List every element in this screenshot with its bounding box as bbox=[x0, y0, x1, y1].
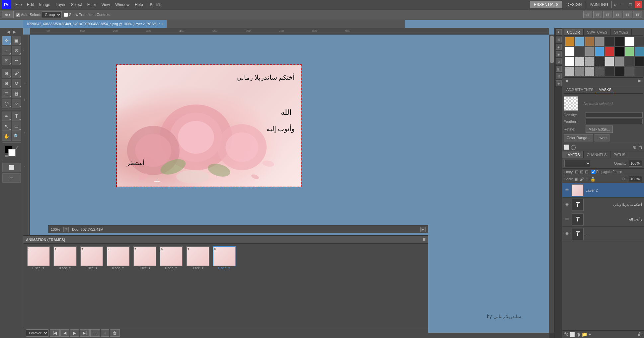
swatch-10[interactable] bbox=[575, 47, 584, 56]
autoselect-checkbox[interactable] bbox=[16, 13, 20, 17]
layer-new-btn[interactable]: + bbox=[589, 332, 591, 337]
panel-icon-5[interactable]: ⊙ bbox=[556, 58, 562, 64]
layer-more-eye-btn[interactable]: 👁 bbox=[564, 231, 570, 237]
panel-icon-8[interactable]: ◈ bbox=[556, 80, 562, 86]
gradient-tool[interactable]: ▦ bbox=[12, 89, 21, 98]
lasso-tool[interactable]: ⌓ bbox=[2, 46, 11, 55]
tab-close-btn[interactable]: × bbox=[162, 22, 164, 26]
frame-3-time-arrow[interactable]: ▼ bbox=[95, 267, 98, 270]
align-top-btn[interactable]: ⊟ bbox=[613, 11, 622, 18]
blur-tool[interactable]: ◌ bbox=[2, 99, 11, 108]
mask-preview-swatch[interactable] bbox=[564, 96, 578, 111]
swatch-29[interactable] bbox=[605, 67, 614, 76]
color-next-btn[interactable]: ▶ bbox=[638, 78, 641, 83]
zoom-flyout-btn[interactable]: ▼ bbox=[63, 227, 69, 232]
scrollbar-vertical[interactable] bbox=[549, 35, 554, 333]
swatch-21[interactable] bbox=[605, 57, 614, 66]
quick-mask-btn[interactable]: ⬜ bbox=[2, 163, 21, 172]
frame-3[interactable]: 3 0 sec. ▼ bbox=[79, 246, 104, 325]
move-tool[interactable]: ✛ bbox=[2, 36, 11, 45]
frame-5-time[interactable]: 0 sec. ▼ bbox=[139, 266, 151, 270]
next-frame-btn[interactable]: ▶| bbox=[80, 329, 90, 337]
layer-fx-btn[interactable]: fx bbox=[564, 332, 568, 337]
mask-add-vector-btn[interactable]: ◯ bbox=[571, 144, 576, 150]
pen-tool[interactable]: ✒ bbox=[2, 112, 11, 121]
more-workspaces-btn[interactable]: » bbox=[612, 2, 618, 8]
frame-1-time-arrow[interactable]: ▼ bbox=[42, 267, 44, 270]
swatch-32[interactable] bbox=[635, 67, 644, 76]
toolbox-expand-btn[interactable]: ▶ bbox=[12, 29, 17, 35]
unify-style-btn[interactable]: ⊞ bbox=[580, 169, 584, 174]
adjustments-tab[interactable]: ADJUSTMENTS bbox=[564, 87, 596, 93]
frame-3-time[interactable]: 0 sec. ▼ bbox=[86, 266, 98, 270]
swatch-12[interactable] bbox=[595, 47, 604, 56]
play-btn[interactable]: ▶ bbox=[70, 329, 79, 337]
loop-select[interactable]: Forever Once 3 times bbox=[26, 329, 48, 337]
timeline-expand-btn[interactable]: ▶ bbox=[420, 227, 426, 232]
frame-4-time[interactable]: 0 sec. ▼ bbox=[112, 266, 124, 270]
blend-mode-select[interactable]: Normal bbox=[564, 160, 591, 167]
feather-slider[interactable] bbox=[586, 119, 643, 124]
frame-2[interactable]: 2 0 sec. ▼ bbox=[52, 246, 78, 325]
density-slider[interactable] bbox=[586, 112, 643, 118]
bridge-btn[interactable]: Br bbox=[149, 3, 155, 7]
path-select-tool[interactable]: ↖ bbox=[2, 122, 11, 131]
menu-edit[interactable]: Edit bbox=[24, 0, 37, 9]
panel-icon-2[interactable]: ⊞ bbox=[556, 37, 562, 42]
swatch-13[interactable] bbox=[605, 47, 614, 56]
frame-6-time-arrow[interactable]: ▼ bbox=[175, 267, 177, 270]
layer-text-2-eye-btn[interactable]: 👁 bbox=[564, 217, 570, 222]
document-tab[interactable]: 10590675_606532359460409_840107096004630… bbox=[23, 20, 167, 28]
frame-2-time-arrow[interactable]: ▼ bbox=[68, 267, 71, 270]
fill-input[interactable] bbox=[629, 176, 642, 182]
swatch-2[interactable] bbox=[575, 37, 584, 46]
frame-8-time-arrow[interactable]: ▼ bbox=[228, 267, 230, 270]
menu-select[interactable]: Select bbox=[68, 0, 84, 9]
color-prev-btn[interactable]: ◀ bbox=[565, 78, 568, 83]
menu-view[interactable]: View bbox=[99, 0, 113, 9]
masks-tab[interactable]: MASKS bbox=[596, 87, 614, 93]
mini-bridge-btn[interactable]: Mb bbox=[155, 3, 163, 7]
workspace-painting[interactable]: PAINTING bbox=[586, 1, 612, 8]
swatch-28[interactable] bbox=[595, 67, 604, 76]
lock-all-btn[interactable]: 🔒 bbox=[590, 177, 596, 182]
frame-6-time[interactable]: 0 sec. ▼ bbox=[165, 266, 178, 270]
layers-tab[interactable]: LAYERS bbox=[562, 151, 584, 158]
mask-edge-btn[interactable]: Mask Edge... bbox=[586, 126, 613, 133]
swatch-6[interactable] bbox=[615, 37, 624, 46]
paths-tab[interactable]: PATHS bbox=[610, 151, 629, 158]
propagate-checkbox[interactable]: Propagate Frame bbox=[591, 170, 622, 174]
workspace-essentials[interactable]: ESSENTIALS bbox=[530, 1, 562, 8]
screen-mode-btn[interactable]: ▭ bbox=[2, 173, 21, 183]
swatch-16[interactable] bbox=[635, 47, 644, 56]
hand-tool[interactable]: ✋ bbox=[2, 131, 11, 141]
lock-position-btn[interactable]: ✛ bbox=[585, 177, 589, 182]
swatch-19[interactable] bbox=[585, 57, 594, 66]
animation-panel-menu-btn[interactable]: ☰ bbox=[423, 238, 426, 241]
move-tool-btn[interactable]: ⊕▾ bbox=[2, 11, 14, 18]
text-tool[interactable]: T bbox=[12, 112, 21, 121]
swatch-18[interactable] bbox=[575, 57, 584, 66]
swatch-14[interactable] bbox=[615, 47, 624, 56]
frame-8-time[interactable]: 0 sec. ▼ bbox=[218, 266, 231, 270]
invert-btn[interactable]: Invert bbox=[595, 134, 610, 141]
scrollbar-vertical-thumb[interactable] bbox=[550, 36, 554, 63]
maximize-btn[interactable]: □ bbox=[627, 1, 634, 8]
spot-healing-tool[interactable]: ⊕ bbox=[2, 69, 11, 78]
unify-visibility-btn[interactable]: ⊟ bbox=[585, 169, 589, 174]
panel-icon-6[interactable]: ◫ bbox=[556, 66, 562, 72]
swatch-5[interactable] bbox=[605, 37, 614, 46]
layer-delete-btn[interactable]: 🗑 bbox=[637, 332, 642, 337]
swatch-17[interactable] bbox=[565, 57, 574, 66]
swatch-15[interactable] bbox=[625, 47, 634, 56]
swatch-8[interactable] bbox=[635, 37, 644, 46]
frame-5-time-arrow[interactable]: ▼ bbox=[148, 267, 151, 270]
frame-7-time[interactable]: 0 sec. ▼ bbox=[192, 266, 204, 270]
frame-7[interactable]: 7 0 sec. ▼ bbox=[185, 246, 210, 325]
frame-7-time-arrow[interactable]: ▼ bbox=[201, 267, 204, 270]
delete-frame-btn[interactable]: 🗑 bbox=[110, 329, 120, 337]
prev-frame-btn[interactable]: ◀ bbox=[60, 329, 69, 337]
frame-1[interactable]: 1 0 sec. ▼ bbox=[26, 246, 51, 325]
tab-color[interactable]: COLOR bbox=[564, 29, 584, 35]
lock-image-btn[interactable]: 🖌 bbox=[580, 177, 584, 182]
